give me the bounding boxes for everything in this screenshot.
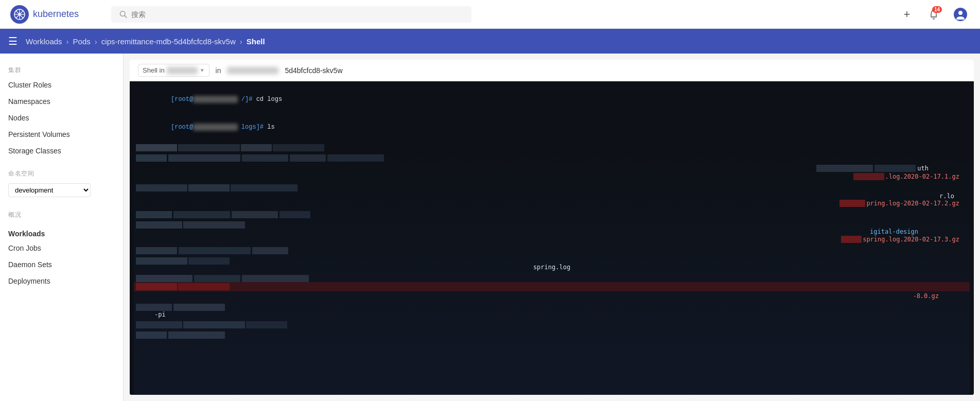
terminal-content: [root@t2-node-lv05 /]# cd logs [root@t2-… xyxy=(130,81,974,395)
nav-bar: ☰ Workloads › Pods › cips-remittance-mdb… xyxy=(0,29,980,54)
shell-header: Shell in ▼ in 5d4bfcfcd8-skv5w xyxy=(130,60,974,81)
logo-text: kubernetes xyxy=(33,9,79,20)
main-layout: 集群 Cluster Roles Namespaces Nodes Persis… xyxy=(0,54,980,401)
breadcrumb-pod-name[interactable]: cips-remittance-mdb-5d4bfcfcd8-skv5w xyxy=(101,37,236,46)
top-bar: kubernetes + 14 xyxy=(0,0,980,29)
search-icon xyxy=(119,10,127,19)
sidebar-item-daemon-sets[interactable]: Daemon Sets xyxy=(0,256,123,273)
sidebar-item-nodes[interactable]: Nodes xyxy=(0,110,123,126)
sidebar-item-namespaces[interactable]: Namespaces xyxy=(0,93,123,110)
pod-id: 5d4bfcfcd8-skv5w xyxy=(285,66,342,75)
namespace-dropdown[interactable]: development xyxy=(0,180,123,200)
notifications-button[interactable]: 14 xyxy=(924,5,943,24)
dropdown-arrow: ▼ xyxy=(200,67,205,73)
search-input[interactable] xyxy=(131,10,463,19)
terminal-line-1: [root@t2-node-lv05 /]# cd logs xyxy=(134,85,970,113)
notification-badge: 14 xyxy=(932,6,942,13)
svg-line-7 xyxy=(125,15,127,18)
svg-point-5 xyxy=(19,13,21,15)
sidebar-item-cron-jobs[interactable]: Cron Jobs xyxy=(0,240,123,256)
breadcrumb-pods[interactable]: Pods xyxy=(73,37,91,46)
section-workloads: Workloads xyxy=(0,225,123,240)
sidebar-item-deployments[interactable]: Deployments xyxy=(0,273,123,289)
section-overview: 概况 xyxy=(0,206,123,221)
kubernetes-logo xyxy=(10,5,29,24)
namespace-select[interactable]: development xyxy=(8,183,91,197)
content-area: Shell in ▼ in 5d4bfcfcd8-skv5w [root@t2-… xyxy=(124,54,980,401)
terminal-line-2: [root@t2-node-lv05 logs]# ls xyxy=(134,113,970,141)
search-box[interactable] xyxy=(111,6,471,23)
hamburger-menu[interactable]: ☰ xyxy=(8,35,18,47)
sidebar-item-cluster-roles[interactable]: Cluster Roles xyxy=(0,77,123,93)
avatar-icon xyxy=(953,7,968,22)
logo-area: kubernetes xyxy=(10,5,103,24)
namespace-blurred xyxy=(227,67,278,74)
section-namespace: 命名空间 xyxy=(0,165,123,180)
shell-container-dropdown[interactable]: Shell in ▼ xyxy=(138,64,209,77)
terminal[interactable]: [root@t2-node-lv05 /]# cd logs [root@t2-… xyxy=(130,81,974,395)
sidebar: 集群 Cluster Roles Namespaces Nodes Persis… xyxy=(0,54,124,401)
container-name-blurred xyxy=(167,67,198,74)
add-button[interactable]: + xyxy=(898,5,916,24)
user-menu-button[interactable] xyxy=(951,5,970,24)
top-actions: + 14 xyxy=(898,5,970,24)
sidebar-item-storage-classes[interactable]: Storage Classes xyxy=(0,143,123,159)
shell-label: Shell in xyxy=(143,66,165,74)
svg-point-10 xyxy=(958,11,962,15)
breadcrumb-workloads[interactable]: Workloads xyxy=(26,37,62,46)
breadcrumb-current: Shell xyxy=(247,37,265,46)
breadcrumb: Workloads › Pods › cips-remittance-mdb-5… xyxy=(26,37,265,46)
sidebar-item-persistent-volumes[interactable]: Persistent Volumes xyxy=(0,126,123,143)
shell-in-label: in xyxy=(216,66,221,75)
file-listing-area: uth .log.2020-02-17.1.gz xyxy=(134,143,970,395)
section-cluster: 集群 xyxy=(0,62,123,77)
